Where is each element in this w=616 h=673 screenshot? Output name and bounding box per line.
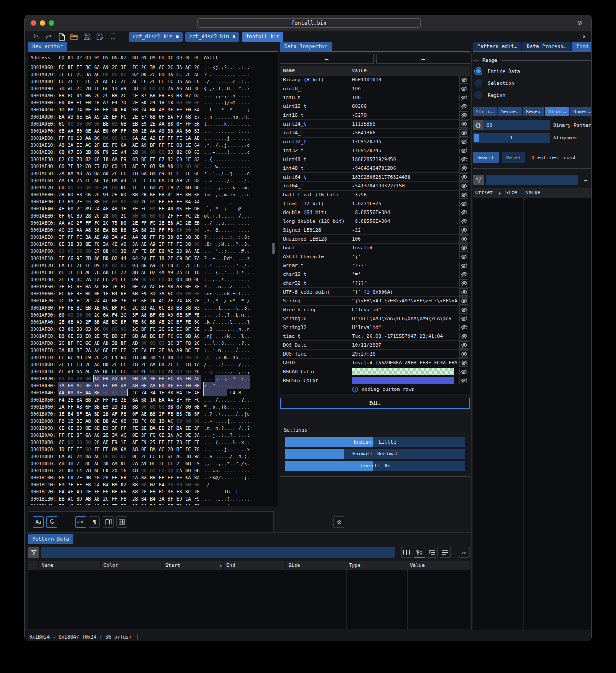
hex-byte[interactable]: FF	[159, 226, 168, 233]
hex-byte[interactable]: 0E	[132, 453, 141, 460]
hex-byte[interactable]: E9	[103, 424, 112, 432]
hex-byte[interactable]: 38	[185, 233, 194, 241]
hex-byte[interactable]: FB	[176, 488, 185, 495]
hex-byte[interactable]: AE	[132, 78, 141, 85]
hex-byte[interactable]: FF	[141, 219, 150, 226]
ascii-char[interactable]: .	[247, 396, 250, 403]
ascii-char[interactable]: .	[247, 495, 250, 502]
hex-byte[interactable]: FB	[77, 269, 85, 276]
hex-byte[interactable]: EE	[77, 446, 85, 453]
search-tab-strin-[interactable]: Strin…	[473, 107, 497, 116]
hex-byte[interactable]: 00	[68, 184, 77, 191]
hex-byte[interactable]: EC	[59, 78, 68, 85]
hex-byte[interactable]: 6D	[121, 191, 130, 198]
hex-byte[interactable]: 2C	[194, 64, 203, 71]
hex-byte[interactable]: 2F	[112, 361, 121, 368]
eye-slash-icon[interactable]	[459, 156, 468, 163]
hex-byte[interactable]: BA	[68, 170, 77, 177]
hex-byte[interactable]: 2C	[194, 368, 203, 375]
ascii-char[interactable]: .	[247, 71, 250, 78]
hex-byte[interactable]: 0E	[150, 460, 159, 467]
inspector-row[interactable]: double (64 bit)-8.68556E+304	[280, 208, 470, 217]
hex-byte[interactable]: AE	[85, 269, 94, 276]
hex-byte[interactable]: FE	[103, 106, 112, 113]
hex-byte[interactable]: A9	[150, 262, 159, 269]
hex-byte[interactable]: 2A	[141, 106, 150, 113]
hex-byte[interactable]: BD	[103, 255, 112, 262]
hex-byte[interactable]: F8	[185, 361, 194, 368]
hex-byte[interactable]: 02	[132, 71, 141, 78]
hex-byte[interactable]: BA	[194, 474, 203, 481]
hex-byte[interactable]: 18	[194, 269, 203, 276]
eye-slash-icon[interactable]	[459, 262, 468, 269]
hex-byte[interactable]: FC	[185, 212, 194, 219]
tree-view-icon[interactable]	[414, 547, 425, 558]
hex-byte[interactable]: A8	[159, 106, 168, 113]
hex-byte[interactable]: A8	[94, 502, 103, 505]
hex-byte[interactable]: 00	[112, 325, 121, 333]
hex-byte[interactable]: FC	[94, 219, 103, 226]
hex-byte[interactable]: B8	[194, 184, 203, 191]
inspector-row[interactable]: uint48_t186828571929450	[280, 155, 470, 164]
hex-byte[interactable]: BC	[112, 318, 121, 325]
hex-byte[interactable]: BE	[103, 120, 112, 127]
search-tab-regex[interactable]: Regex	[523, 107, 544, 116]
hex-byte[interactable]: 82	[77, 163, 85, 170]
hex-byte[interactable]: 38	[121, 403, 130, 410]
hex-byte[interactable]: 3A	[59, 382, 68, 389]
tab-pattern-data[interactable]: Pattern Data	[28, 534, 73, 544]
hex-byte[interactable]: 0E	[141, 446, 150, 453]
hex-byte[interactable]: 1F	[85, 488, 94, 495]
hex-byte[interactable]: A4	[94, 347, 103, 354]
hex-byte[interactable]: AA	[85, 389, 94, 396]
hex-byte[interactable]: 2A	[132, 460, 141, 467]
hex-byte[interactable]: 6C	[168, 290, 176, 297]
hex-byte[interactable]: 2F	[112, 170, 121, 177]
hex-byte[interactable]: 6B	[132, 290, 141, 297]
hex-byte[interactable]: E0	[194, 120, 203, 127]
ascii-char[interactable]: .	[247, 219, 250, 226]
hex-byte[interactable]: EB	[59, 495, 68, 502]
hex-byte[interactable]: D0	[121, 219, 130, 226]
hex-byte[interactable]: EB	[85, 304, 94, 311]
hex-byte[interactable]: 2E	[94, 78, 103, 85]
hex-byte[interactable]: 74	[77, 106, 85, 113]
hex-byte[interactable]: 7E	[77, 474, 85, 481]
hex-byte[interactable]: 1E	[121, 439, 130, 446]
grayed-zeros-button[interactable]	[46, 516, 57, 528]
hex-byte[interactable]: 0E	[85, 424, 94, 432]
hex-byte[interactable]: C0	[68, 474, 77, 481]
hex-byte[interactable]: AD	[103, 340, 112, 347]
hex-byte[interactable]: FF	[85, 177, 94, 184]
uppercase-hex-button[interactable]: Aa	[33, 516, 44, 528]
hex-byte[interactable]: EC	[85, 78, 94, 85]
hex-byte[interactable]: FE	[77, 78, 85, 85]
hex-byte[interactable]: FC	[132, 297, 141, 304]
hex-byte[interactable]: 6A	[185, 474, 194, 481]
hex-byte[interactable]: AA	[85, 134, 94, 141]
hex-byte[interactable]: 2E	[103, 432, 112, 439]
hex-byte[interactable]: 00	[194, 99, 203, 106]
hex-byte[interactable]: AF	[132, 163, 141, 170]
hex-byte[interactable]: FE	[176, 198, 185, 205]
hex-byte[interactable]: BF	[121, 318, 130, 325]
hex-byte[interactable]: 3E	[77, 417, 85, 424]
tab-find[interactable]: Find	[572, 42, 592, 51]
hex-byte[interactable]: AA	[159, 120, 168, 127]
hex-byte[interactable]: AC	[185, 64, 194, 71]
hex-byte[interactable]: 6F	[159, 113, 168, 120]
hex-byte[interactable]: AA	[150, 127, 159, 134]
results-column-value[interactable]: Value	[523, 188, 592, 198]
hex-byte[interactable]: BA	[176, 424, 185, 432]
hex-byte[interactable]: BA	[59, 113, 68, 120]
hex-byte[interactable]: 00	[141, 340, 150, 347]
hex-byte[interactable]: FC	[150, 453, 159, 460]
hex-byte[interactable]: EC	[141, 78, 150, 85]
hex-byte[interactable]: BA	[85, 453, 94, 460]
hex-byte[interactable]: 0E	[141, 382, 150, 389]
hex-byte[interactable]: 6A	[85, 432, 94, 439]
hex-byte[interactable]: 2B	[141, 191, 150, 198]
hex-byte[interactable]: 3B	[185, 453, 194, 460]
hex-byte[interactable]: 2C	[85, 297, 94, 304]
inspector-row[interactable]: Signed LEB128-22	[280, 226, 470, 234]
